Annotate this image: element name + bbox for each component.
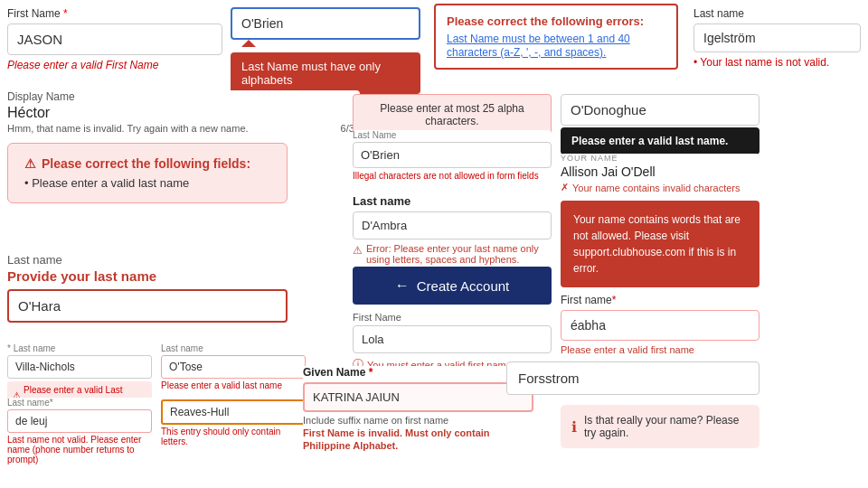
given-name-input[interactable] — [303, 382, 533, 412]
create-account-button[interactable]: ← Create Account — [353, 267, 552, 305]
panel-errors-box: Please correct the following errors: Las… — [434, 4, 678, 70]
your-name-invalid-row: ✗ Your name contains invalid characters — [561, 182, 760, 193]
panel-first-name-eabha: First name* Please enter a valid first n… — [561, 294, 760, 355]
errors-link[interactable]: Last Name must be between 1 and 40 chara… — [447, 33, 630, 59]
panel-forsstrom — [506, 361, 760, 395]
p9-right-col: This entry should only contain letters. — [161, 398, 306, 465]
dambra-warn-text: Error: Please enter your last name only … — [366, 243, 552, 265]
required-star: * — [63, 7, 68, 20]
panel-create-account: ← Create Account — [353, 267, 552, 305]
obrien-illegal-error: Illegal characters are not allowed in fo… — [353, 171, 552, 181]
display-name-label: Display Name — [7, 90, 360, 103]
given-name-error1: First Name is invalid. Must only contain — [303, 427, 533, 438]
create-account-label: Create Account — [417, 278, 510, 294]
provide-label: Provide your last name — [7, 268, 288, 284]
dambra-warn-icon: ⚠ — [353, 244, 363, 257]
p8-left-label: * Last name — [7, 343, 152, 353]
first-name-label: First Name * — [7, 7, 222, 20]
lola-input[interactable] — [353, 325, 552, 353]
p9-right-input[interactable] — [161, 399, 306, 425]
last-name-tr-error: Your last name is not valid. — [693, 56, 861, 69]
panel-obrien: Last Name must have only alphabets — [231, 7, 420, 94]
warn-triangle-icon: ⚠ — [24, 156, 36, 171]
display-name-value: Héctor — [7, 105, 360, 121]
eabha-required: * — [612, 294, 617, 306]
panel-your-name: YOUR NAME Allison Jai O'Dell ✗ Your name… — [561, 154, 760, 193]
x-icon: ✗ — [561, 182, 569, 193]
panel-odonoghue: Please enter a valid last name. — [561, 94, 760, 155]
dambra-label: Last name — [353, 194, 552, 208]
p8-left-input[interactable] — [7, 355, 152, 379]
last-name-tr-label: Last name — [693, 7, 861, 20]
panel-obrien-illegal: Last Name Illegal characters are not all… — [353, 130, 552, 181]
info-error-icon: ℹ — [571, 418, 577, 436]
p9-left-col: Last name* Last name not valid. Please e… — [7, 398, 152, 465]
ohara-input[interactable] — [7, 289, 288, 323]
lola-label: First Name — [353, 312, 552, 323]
panel-dambra: Last name ⚠ Error: Please enter your las… — [353, 194, 552, 265]
your-name-value: Allison Jai O'Dell — [561, 164, 760, 179]
correct-fields-item: Please enter a valid last name — [24, 176, 270, 190]
panel-correct-fields: ⚠ Please correct the following fields: P… — [7, 143, 288, 203]
display-name-hint: Hmm, that name is invalid. Try again wit… — [7, 123, 249, 134]
panel-small-last-name-row: Last name* Last name not valid. Please e… — [7, 398, 306, 465]
back-arrow-icon: ← — [395, 277, 410, 294]
obrien-input[interactable] — [231, 7, 420, 40]
panel-last-name-top-right: Last name Your last name is not valid. — [693, 7, 861, 69]
forsstrom-input[interactable] — [506, 361, 760, 395]
panel-given-name: Given Name * Include suffix name on firs… — [303, 366, 533, 451]
display-name-hint-row: Hmm, that name is invalid. Try again wit… — [7, 123, 360, 134]
odonoghue-tooltip: Please enter a valid last name. — [561, 127, 760, 155]
first-name-error: Please enter a valid First Name — [7, 59, 222, 71]
first-name-input[interactable] — [7, 23, 222, 55]
p8-right-error: Please enter a valid last name — [161, 380, 306, 390]
really-your-name-text: Is that really your name? Please try aga… — [584, 414, 749, 439]
last-name-ohara-label: Last name — [7, 253, 288, 267]
given-name-hint: Include suffix name on first name — [303, 415, 533, 426]
eabha-label: First name* — [561, 294, 760, 306]
p9-left-input[interactable] — [7, 409, 152, 433]
last-name-tr-input[interactable] — [693, 23, 861, 52]
given-name-error2: Philippine Alphabet. — [303, 440, 533, 451]
errors-title: Please correct the following errors: — [447, 14, 665, 28]
given-name-required: * — [369, 366, 373, 379]
obrien-illegal-input[interactable] — [353, 142, 552, 168]
obrien-illegal-label: Last Name — [353, 130, 552, 140]
given-name-label: Given Name * — [303, 366, 533, 379]
panel-display-name: Display Name Héctor Hmm, that name is in… — [7, 90, 360, 134]
dambra-input[interactable] — [353, 211, 552, 239]
panel-words-not-allowed: Your name contains words that are not al… — [561, 201, 760, 287]
obrien-tooltip: Last Name must have only alphabets — [231, 52, 420, 94]
panel-first-name-jason: First Name * Please enter a valid First … — [7, 7, 222, 71]
panel-last-name-ohara: Last name Provide your last name — [7, 253, 288, 323]
eabha-input[interactable] — [561, 310, 760, 341]
main-container: First Name * Please enter a valid First … — [0, 0, 868, 488]
p8-right-label: Last name — [161, 343, 306, 353]
eabha-error: Please enter a valid first name — [561, 344, 760, 355]
panel-really-your-name: ℹ Is that really your name? Please try a… — [561, 405, 760, 448]
your-name-invalid-text: Your name contains invalid characters — [572, 183, 740, 193]
p8-right-input[interactable] — [161, 355, 306, 379]
p9-left-error: Last name not valid. Please enter name (… — [7, 435, 152, 465]
dambra-warn: ⚠ Error: Please enter your last name onl… — [353, 243, 552, 265]
odonoghue-input[interactable] — [561, 94, 760, 126]
correct-fields-title: ⚠ Please correct the following fields: — [24, 156, 270, 171]
p9-left-label: Last name* — [7, 398, 152, 408]
p9-right-error: This entry should only contain letters. — [161, 427, 306, 446]
your-name-label: YOUR NAME — [561, 154, 760, 163]
